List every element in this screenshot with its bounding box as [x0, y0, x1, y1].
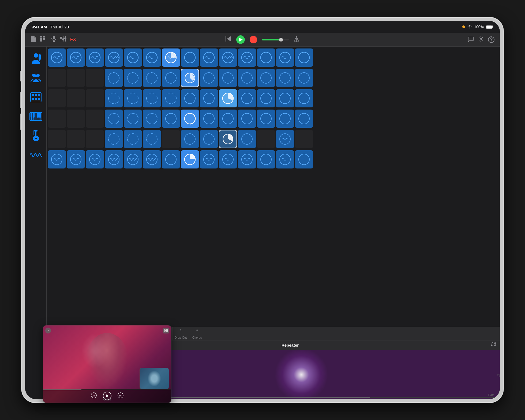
cell-6-8-active[interactable]	[181, 150, 199, 168]
cell-3-13[interactable]	[276, 89, 294, 107]
cell-6-2[interactable]	[67, 150, 85, 168]
cell-4-14[interactable]	[295, 110, 313, 128]
cell-2-1[interactable]	[48, 69, 66, 87]
cell-2-5[interactable]	[124, 69, 142, 87]
cell-3-12[interactable]	[257, 89, 275, 107]
cell-5-10-active[interactable]	[219, 130, 237, 148]
cell-4-1[interactable]	[48, 110, 66, 128]
cell-1-13[interactable]	[276, 48, 294, 67]
cell-4-7[interactable]	[162, 110, 180, 128]
sidebar-track-vocal[interactable]	[28, 49, 44, 68]
cell-5-2[interactable]	[67, 130, 85, 148]
video-skip-back-button[interactable]: 15	[90, 392, 98, 399]
cell-1-7-active[interactable]	[162, 48, 180, 67]
cell-6-11[interactable]	[238, 150, 256, 168]
cell-1-11[interactable]	[238, 48, 256, 67]
cell-6-4[interactable]	[105, 150, 123, 168]
mic-icon[interactable]	[51, 36, 56, 43]
cell-5-14[interactable]	[295, 130, 313, 148]
play-button[interactable]	[236, 35, 245, 44]
cell-2-3[interactable]	[86, 69, 104, 87]
share-icon[interactable]	[491, 342, 497, 348]
mixer-icon[interactable]	[60, 36, 66, 43]
cell-4-9[interactable]	[200, 110, 218, 128]
settings-icon[interactable]	[478, 36, 484, 43]
cell-5-5[interactable]	[124, 130, 142, 148]
video-expand-button[interactable]	[163, 328, 169, 333]
record-button[interactable]	[250, 36, 257, 43]
volume-slider[interactable]	[262, 39, 289, 40]
cell-1-1[interactable]	[48, 48, 66, 67]
tracks-icon[interactable]	[40, 36, 48, 43]
cell-2-6[interactable]	[143, 69, 161, 87]
document-icon[interactable]	[31, 36, 36, 43]
section-chorus-3[interactable]: ∧ Chorus	[189, 327, 205, 340]
cell-5-4[interactable]	[105, 130, 123, 148]
cell-5-11[interactable]	[238, 130, 256, 148]
cell-4-8-active[interactable]	[181, 110, 199, 128]
cell-3-2[interactable]	[67, 89, 85, 107]
cell-2-13[interactable]	[276, 69, 294, 87]
cell-2-7[interactable]	[162, 69, 180, 87]
section-dropout[interactable]: ∧ Drop-Out	[172, 327, 189, 340]
cell-1-2[interactable]	[67, 48, 85, 67]
cell-6-5[interactable]	[124, 150, 142, 168]
video-skip-fwd-button[interactable]: 15	[117, 392, 124, 399]
volume-down-button[interactable]	[20, 114, 21, 130]
skip-start-icon[interactable]	[226, 36, 231, 43]
cell-5-8[interactable]	[181, 130, 199, 148]
cell-1-4[interactable]	[105, 48, 123, 67]
cell-5-9[interactable]	[200, 130, 218, 148]
cell-3-1[interactable]	[48, 89, 66, 107]
cell-6-12[interactable]	[257, 150, 275, 168]
cell-5-6[interactable]	[143, 130, 161, 148]
video-close-button[interactable]: ×	[45, 328, 51, 333]
cell-5-3[interactable]	[86, 130, 104, 148]
cell-4-10[interactable]	[219, 110, 237, 128]
cell-1-3[interactable]	[86, 48, 104, 67]
mute-button[interactable]	[20, 71, 21, 81]
cell-1-14[interactable]	[295, 48, 313, 67]
cell-4-3[interactable]	[86, 110, 104, 128]
cell-2-10[interactable]	[219, 69, 237, 87]
cell-5-12[interactable]	[257, 130, 275, 148]
cell-3-5[interactable]	[124, 89, 142, 107]
sidebar-track-beat[interactable]	[28, 88, 44, 107]
cell-6-7[interactable]	[162, 150, 180, 168]
cell-3-4[interactable]	[105, 89, 123, 107]
cell-6-13[interactable]	[276, 150, 294, 168]
cell-2-2[interactable]	[67, 69, 85, 87]
cell-1-6[interactable]	[143, 48, 161, 67]
sidebar-track-guitar[interactable]	[28, 126, 44, 145]
cell-4-11[interactable]	[238, 110, 256, 128]
chat-icon[interactable]	[468, 36, 474, 43]
cell-3-8[interactable]	[181, 89, 199, 107]
cell-5-1[interactable]	[48, 130, 66, 148]
cell-1-9[interactable]	[200, 48, 218, 67]
pip-window[interactable]	[140, 368, 169, 389]
cell-6-1[interactable]	[48, 150, 66, 168]
cell-4-4[interactable]	[105, 110, 123, 128]
cell-6-9[interactable]	[200, 150, 218, 168]
volume-knob[interactable]	[279, 38, 283, 42]
cell-5-7[interactable]	[162, 130, 180, 148]
cell-4-5[interactable]	[124, 110, 142, 128]
cell-4-12[interactable]	[257, 110, 275, 128]
cell-5-13[interactable]	[276, 130, 294, 148]
cell-2-4[interactable]	[105, 69, 123, 87]
volume-up-button[interactable]	[20, 92, 21, 108]
help-icon[interactable]: ?	[488, 36, 494, 43]
sidebar-track-band[interactable]	[28, 69, 44, 87]
cell-3-14[interactable]	[295, 89, 313, 107]
cell-4-2[interactable]	[67, 110, 85, 128]
cell-3-7[interactable]	[162, 89, 180, 107]
cell-1-10[interactable]	[219, 48, 237, 67]
cell-3-9[interactable]	[200, 89, 218, 107]
fx-label[interactable]: FX	[70, 37, 76, 42]
cell-2-11[interactable]	[238, 69, 256, 87]
sidebar-track-synth[interactable]	[28, 146, 44, 164]
cell-2-9[interactable]	[200, 69, 218, 87]
cell-1-8[interactable]	[181, 48, 199, 67]
cell-6-6[interactable]	[143, 150, 161, 168]
cell-1-12[interactable]	[257, 48, 275, 67]
